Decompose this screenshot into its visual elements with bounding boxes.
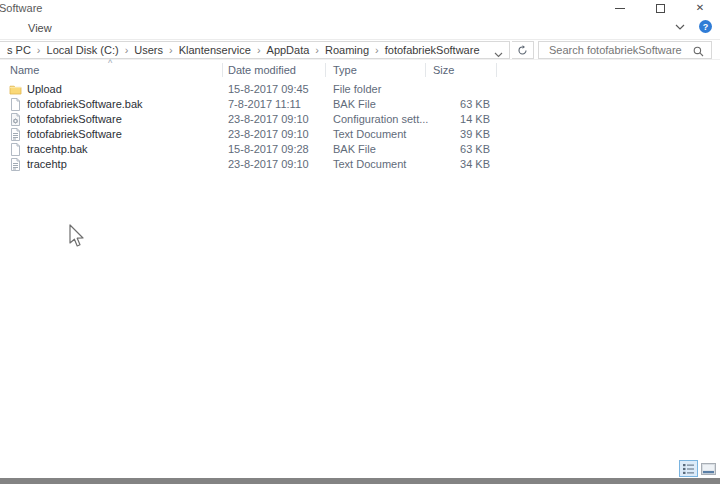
refresh-button[interactable] xyxy=(512,41,534,59)
file-list: Upload 15-8-2017 09:45 File folder fotof… xyxy=(0,80,720,172)
search-input[interactable] xyxy=(539,42,689,58)
file-blank-icon xyxy=(9,143,22,156)
file-type: BAK File xyxy=(333,142,376,157)
file-size: 63 KB xyxy=(413,97,490,112)
file-row[interactable]: tracehtp 23-8-2017 09:10 Text Document 3… xyxy=(0,157,720,172)
address-dropdown-chevron-icon[interactable] xyxy=(494,48,503,60)
breadcrumb-item[interactable]: Users xyxy=(134,44,178,56)
thumbnail-view-button[interactable] xyxy=(701,463,716,475)
file-type: File folder xyxy=(333,82,381,97)
breadcrumb-item[interactable]: fotofabriekSoftware xyxy=(385,44,480,56)
column-header-size[interactable]: Size xyxy=(433,64,454,76)
tab-view[interactable]: View xyxy=(28,22,52,34)
file-name: fotofabriekSoftware xyxy=(27,112,122,127)
file-config-icon xyxy=(9,113,22,126)
file-blank-icon xyxy=(9,98,22,111)
file-name: fotofabriekSoftware.bak xyxy=(27,97,143,112)
caption-buttons: ✕ xyxy=(600,0,720,16)
help-icon[interactable]: ? xyxy=(699,20,712,33)
navigation-bar: s PC Local Disk (C:) Users Klantenservic… xyxy=(0,40,720,60)
file-name: tracehtp.bak xyxy=(27,142,88,157)
file-size: 39 KB xyxy=(413,127,490,142)
breadcrumb-item[interactable]: AppData xyxy=(267,44,325,56)
file-name: fotofabriekSoftware xyxy=(27,127,122,142)
address-bar[interactable]: s PC Local Disk (C:) Users Klantenservic… xyxy=(0,41,510,59)
file-type: Text Document xyxy=(333,157,406,172)
maximize-button[interactable] xyxy=(640,0,680,16)
ribbon-tab-bar: View ? xyxy=(0,16,720,40)
sort-ascending-icon: ^ xyxy=(108,58,112,68)
folder-icon xyxy=(9,83,22,96)
details-view-icon xyxy=(682,463,695,475)
refresh-icon xyxy=(517,45,528,56)
minimize-icon xyxy=(615,8,625,9)
window-title: Software xyxy=(0,2,42,14)
mouse-cursor xyxy=(68,224,86,252)
file-date-modified: 23-8-2017 09:10 xyxy=(228,157,309,172)
file-name: Upload xyxy=(27,82,62,97)
column-divider[interactable] xyxy=(496,63,497,77)
file-date-modified: 23-8-2017 09:10 xyxy=(228,112,309,127)
file-row[interactable]: tracehtp.bak 15-8-2017 09:28 BAK File 63… xyxy=(0,142,720,157)
column-header-name[interactable]: Name xyxy=(10,64,39,76)
breadcrumb: s PC Local Disk (C:) Users Klantenservic… xyxy=(7,44,480,56)
close-icon: ✕ xyxy=(696,3,704,13)
file-date-modified: 23-8-2017 09:10 xyxy=(228,127,309,142)
column-divider[interactable] xyxy=(325,63,326,77)
file-date-modified: 7-8-2017 11:11 xyxy=(228,97,301,112)
column-divider[interactable] xyxy=(222,63,223,77)
breadcrumb-item[interactable]: Roaming xyxy=(325,44,385,56)
file-size: 63 KB xyxy=(413,142,490,157)
title-bar: Software ✕ xyxy=(0,0,720,16)
file-row[interactable]: fotofabriekSoftware.bak 7-8-2017 11:11 B… xyxy=(0,97,720,112)
search-box xyxy=(538,41,712,59)
close-button[interactable]: ✕ xyxy=(680,0,720,16)
column-divider[interactable] xyxy=(425,63,426,77)
search-icon xyxy=(693,46,704,59)
column-header-row: ^ Name Date modified Type Size xyxy=(0,60,720,80)
file-date-modified: 15-8-2017 09:45 xyxy=(228,82,309,97)
thumbnail-view-icon xyxy=(701,463,716,475)
file-row[interactable]: fotofabriekSoftware 23-8-2017 09:10 Conf… xyxy=(0,112,720,127)
bottom-edge-strip xyxy=(0,478,720,484)
status-bar xyxy=(0,456,720,478)
file-type: BAK File xyxy=(333,97,376,112)
file-type: Text Document xyxy=(333,127,406,142)
column-header-type[interactable]: Type xyxy=(333,64,357,76)
column-header-date-modified[interactable]: Date modified xyxy=(228,64,296,76)
ribbon-collapse-chevron-icon[interactable] xyxy=(675,24,685,30)
file-size: 34 KB xyxy=(413,157,490,172)
file-text-icon xyxy=(9,128,22,141)
file-row[interactable]: Upload 15-8-2017 09:45 File folder xyxy=(0,82,720,97)
details-view-button[interactable] xyxy=(679,460,698,477)
breadcrumb-item[interactable]: Local Disk (C:) xyxy=(47,44,135,56)
breadcrumb-item[interactable]: s PC xyxy=(7,44,47,56)
breadcrumb-item[interactable]: Klantenservice xyxy=(179,44,267,56)
file-size: 14 KB xyxy=(413,112,490,127)
file-text-icon xyxy=(9,158,22,171)
file-row[interactable]: fotofabriekSoftware 23-8-2017 09:10 Text… xyxy=(0,127,720,142)
file-name: tracehtp xyxy=(27,157,67,172)
file-date-modified: 15-8-2017 09:28 xyxy=(228,142,309,157)
maximize-icon xyxy=(656,4,665,13)
minimize-button[interactable] xyxy=(600,0,640,16)
